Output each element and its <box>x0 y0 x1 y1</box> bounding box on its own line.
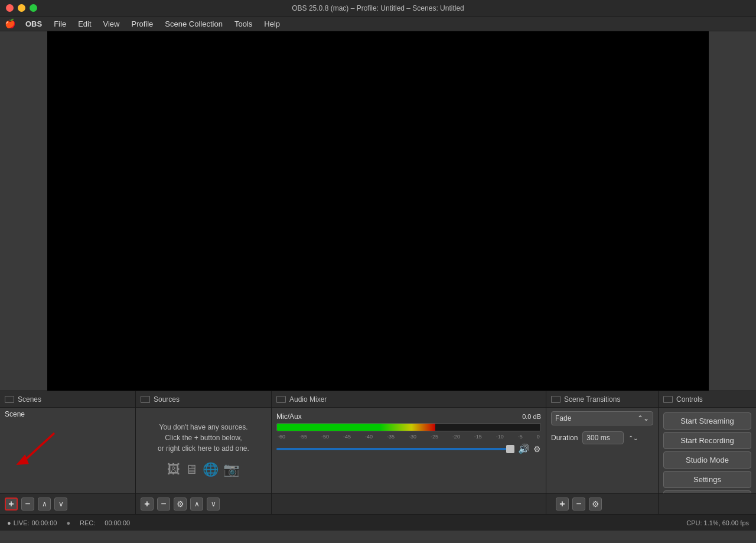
controls-panel-header: Controls <box>659 391 756 408</box>
sources-move-down-button[interactable]: ∨ <box>207 498 220 511</box>
start-streaming-button[interactable]: Start Streaming <box>663 412 751 430</box>
audio-panel-header: Audio Mixer <box>272 391 546 408</box>
menu-view[interactable]: View <box>99 18 125 30</box>
bottom-panels: Scenes Scene + − ∧ ∨ Sources You don't h… <box>0 391 756 514</box>
browser-source-icon: 🌐 <box>203 460 219 479</box>
rec-time: 00:00:00 <box>105 519 130 526</box>
titlebar: OBS 25.0.8 (mac) – Profile: Untitled – S… <box>0 0 756 17</box>
controls-panel: Controls Start Streaming Start Recording… <box>659 391 756 514</box>
scenes-panel-label: Scenes <box>18 395 41 404</box>
transitions-panel-label: Scene Transitions <box>564 395 620 404</box>
audio-volume-controls: 🔊 ⚙ <box>276 443 541 454</box>
sources-empty-line2: Click the + button below, <box>165 433 242 443</box>
statusbar: ● LIVE: 00:00:00 ● REC: 00:00:00 CPU: 1.… <box>0 514 756 531</box>
sources-panel-icon <box>141 396 150 403</box>
start-recording-button[interactable]: Start Recording <box>663 432 751 449</box>
maximize-button[interactable] <box>30 4 37 12</box>
mute-icon[interactable]: 🔊 <box>518 443 530 454</box>
audio-settings-icon[interactable]: ⚙ <box>533 444 541 454</box>
duration-stepper[interactable]: ⌃⌄ <box>628 435 638 441</box>
sources-empty-line1: You don't have any sources. <box>159 422 248 433</box>
sources-panel-header: Sources <box>136 391 271 408</box>
minimize-button[interactable] <box>18 4 25 12</box>
sources-panel-label: Sources <box>154 395 180 404</box>
volume-slider[interactable] <box>276 448 514 450</box>
menu-help[interactable]: Help <box>259 18 285 30</box>
scenes-panel-icon <box>5 396 14 403</box>
audio-meter-labels: -60 -55 -50 -45 -40 -35 -30 -25 -20 -15 … <box>276 434 541 440</box>
duration-row: Duration 300 ms ⌃⌄ <box>546 429 658 447</box>
scenes-move-up-button[interactable]: ∧ <box>38 498 51 511</box>
menu-obs[interactable]: OBS <box>21 18 47 30</box>
traffic-buttons <box>6 4 37 12</box>
menu-tools[interactable]: Tools <box>230 18 257 30</box>
audio-panel-icon <box>276 396 286 403</box>
sources-empty-message: You don't have any sources. Click the + … <box>152 408 255 493</box>
sources-move-up-button[interactable]: ∧ <box>190 498 203 511</box>
studio-mode-button[interactable]: Studio Mode <box>663 451 751 469</box>
window-title: OBS 25.0.8 (mac) – Profile: Untitled – S… <box>292 4 464 12</box>
transitions-settings-button[interactable]: ⚙ <box>589 498 602 511</box>
scenes-list: Scene <box>0 408 135 493</box>
transitions-buttons: + − ⚙ <box>551 498 607 511</box>
sources-panel-footer: + − ⚙ ∧ ∨ <box>136 493 271 514</box>
transition-dropdown[interactable]: Fade ⌃⌄ <box>551 411 653 425</box>
controls-panel-footer <box>659 493 756 514</box>
audio-track-name: Mic/Aux <box>276 412 302 421</box>
transition-select-row: Fade ⌃⌄ <box>546 408 658 429</box>
rec-label: REC: <box>80 519 95 526</box>
audio-track-header: Mic/Aux 0.0 dB <box>276 412 541 421</box>
transitions-panel-icon <box>551 396 561 403</box>
sources-add-button[interactable]: + <box>141 498 154 511</box>
sources-remove-button[interactable]: − <box>157 498 170 511</box>
scenes-panel-footer: + − ∧ ∨ <box>0 493 135 514</box>
menu-profile[interactable]: Profile <box>126 18 158 30</box>
menu-file[interactable]: File <box>49 18 71 30</box>
audio-panel-footer <box>272 493 546 514</box>
transition-selected-value: Fade <box>555 414 571 422</box>
controls-content: Start Streaming Start Recording Studio M… <box>659 408 756 493</box>
camera-source-icon: 📷 <box>223 460 239 479</box>
duration-label: Duration <box>551 434 578 442</box>
volume-thumb <box>506 445 514 453</box>
audio-tracks: Mic/Aux 0.0 dB -60 -55 -50 -45 -40 -35 -… <box>272 408 546 493</box>
scene-transitions-panel: Scene Transitions Fade ⌃⌄ Duration 300 m… <box>546 391 659 514</box>
cpu-usage: CPU: 1.1%, 60.00 fps <box>686 519 749 526</box>
live-time: 00:00:00 <box>32 519 57 526</box>
close-button[interactable] <box>6 4 14 12</box>
menubar: 🍎 OBS File Edit View Profile Scene Colle… <box>0 17 756 31</box>
arrow-annotation <box>0 422 77 476</box>
svg-line-0 <box>22 433 54 463</box>
scenes-add-button[interactable]: + <box>5 498 18 511</box>
scenes-remove-button[interactable]: − <box>21 498 34 511</box>
controls-panel-label: Controls <box>676 395 703 404</box>
sources-settings-button[interactable]: ⚙ <box>174 498 187 511</box>
audio-track-micaux: Mic/Aux 0.0 dB -60 -55 -50 -45 -40 -35 -… <box>272 408 546 459</box>
transitions-panel-footer: + − ⚙ <box>546 493 658 514</box>
menu-edit[interactable]: Edit <box>73 18 96 30</box>
sources-empty-line3: or right click here to add one. <box>158 443 249 454</box>
preview-canvas <box>47 31 709 391</box>
menu-scene-collection[interactable]: Scene Collection <box>160 18 227 30</box>
scenes-move-down-button[interactable]: ∨ <box>54 498 67 511</box>
settings-button[interactable]: Settings <box>663 471 751 488</box>
sources-empty-state[interactable]: You don't have any sources. Click the + … <box>136 408 271 493</box>
duration-input[interactable]: 300 ms <box>582 431 624 444</box>
svg-marker-1 <box>16 454 29 465</box>
transitions-remove-button[interactable]: − <box>572 498 585 511</box>
display-source-icon: 🖥 <box>185 460 198 479</box>
audio-meter <box>276 423 541 431</box>
status-dot-rec: ● <box>66 519 70 526</box>
status-live-section: ● LIVE: 00:00:00 <box>7 519 57 526</box>
scenes-panel: Scenes Scene + − ∧ ∨ <box>0 391 136 514</box>
apple-menu-icon[interactable]: 🍎 <box>5 18 16 29</box>
transitions-content: Fade ⌃⌄ Duration 300 ms ⌃⌄ <box>546 408 658 493</box>
audio-panel-label: Audio Mixer <box>289 395 327 404</box>
transitions-panel-header: Scene Transitions <box>546 391 658 408</box>
exit-button[interactable]: Exit <box>663 490 751 493</box>
transitions-add-button[interactable]: + <box>556 498 569 511</box>
scene-item[interactable]: Scene <box>0 408 135 421</box>
duration-value: 300 ms <box>586 434 610 442</box>
audio-meter-bar <box>277 424 435 431</box>
audio-track-db: 0.0 dB <box>522 413 541 420</box>
